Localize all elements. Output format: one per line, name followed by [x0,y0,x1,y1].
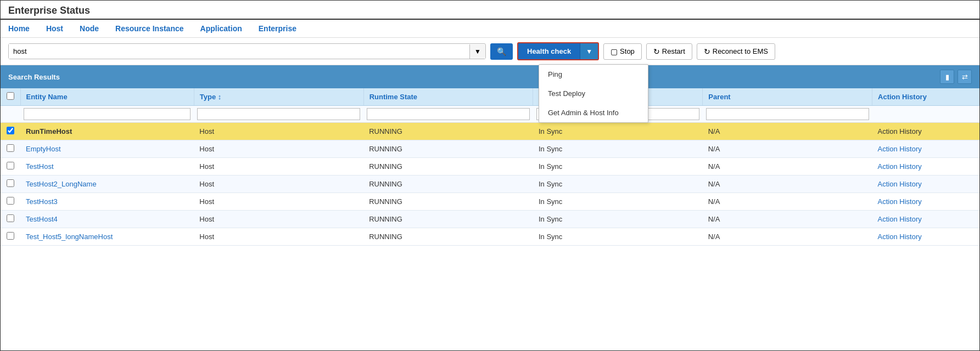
sort-icon: ↕ [218,93,222,101]
runtime-state-cell: RUNNING [363,228,533,246]
checkbox-cell [1,228,20,246]
table-body: RunTimeHostHostRUNNINGIn SyncN/AAction H… [1,123,979,246]
header-icons: ▮ ⇄ [940,70,972,84]
filter-row [1,106,979,123]
search-results-label: Search Results [8,73,60,81]
table-row: Test_Host5_longNameHostHostRUNNINGIn Syn… [1,228,979,246]
nav-host[interactable]: Host [46,24,63,33]
health-check-menu: Ping Test Deploy Get Admin & Host Info [539,64,648,123]
action-history-cell: Action History [872,211,979,228]
parent-cell: N/A [703,140,872,158]
sync-cell: In Sync [533,228,703,246]
row-checkbox[interactable] [7,232,14,240]
runtime-state-cell: RUNNING [363,211,533,228]
row-checkbox[interactable] [7,179,14,187]
filter-checkbox-cell [1,106,20,123]
reconnect-icon: ↻ [704,47,710,56]
search-input[interactable] [9,44,469,59]
action-history-link[interactable]: Action History [878,180,922,188]
table-row: RunTimeHostHostRUNNINGIn SyncN/AAction H… [1,123,979,140]
checkbox-cell [1,123,20,140]
col-type: Type ↕ [194,88,363,106]
sync-cell: In Sync [533,193,703,211]
parent-cell: N/A [703,228,872,246]
restart-button[interactable]: ↻ Restart [646,43,692,60]
search-dropdown-button[interactable]: ▼ [469,44,485,59]
filter-runtime-input[interactable] [367,108,530,120]
sync-cell: In Sync [533,176,703,193]
health-check-dropdown-button[interactable]: ▼ [580,43,598,59]
entity-name-link[interactable]: TestHost3 [26,197,58,206]
nav-enterprise[interactable]: Enterprise [259,24,296,33]
type-cell: Host [194,176,363,193]
sync-cell: In Sync [533,158,703,176]
header-icon-button-1[interactable]: ▮ [940,70,954,84]
search-icon: 🔍 [497,47,506,56]
health-check-button[interactable]: Health check [518,43,580,59]
action-history-link[interactable]: Action History [878,215,922,223]
runtime-state-cell: RUNNING [363,123,533,140]
filter-parent-input[interactable] [706,108,869,120]
filter-entity-name-input[interactable] [24,108,191,120]
row-checkbox[interactable] [7,127,14,134]
stop-button[interactable]: ▢ Stop [603,43,642,60]
results-table: Entity Name Type ↕ Runtime State Sy Pare… [1,88,979,246]
table-row: TestHost2_LongNameHostRUNNINGIn SyncN/AA… [1,176,979,193]
row-checkbox[interactable] [7,144,14,152]
action-history-link[interactable]: Action History [878,197,922,206]
runtime-state-cell: RUNNING [363,140,533,158]
menu-item-test-deploy[interactable]: Test Deploy [539,84,648,103]
parent-cell: N/A [703,123,872,140]
action-history-link[interactable]: Action History [878,145,922,153]
entity-name-link[interactable]: TestHost [26,162,54,171]
row-checkbox[interactable] [7,197,14,205]
row-checkbox[interactable] [7,162,14,169]
col-entity-name: Entity Name [20,88,194,106]
checkbox-cell [1,211,20,228]
action-history-link[interactable]: Action History [878,233,922,241]
entity-name-cell: TestHost3 [20,193,194,211]
page-wrapper: Enterprise Status Home Host Node Resourc… [0,0,980,351]
checkbox-cell [1,140,20,158]
entity-name-link[interactable]: TestHost4 [26,215,58,223]
nav-resource-instance[interactable]: Resource Instance [115,24,184,33]
restart-icon: ↻ [653,47,660,56]
reconnect-ems-button[interactable]: ↻ Reconect to EMS [697,43,775,60]
entity-name-cell: TestHost4 [20,211,194,228]
action-history-cell: Action History [872,158,979,176]
filter-type-input[interactable] [197,108,360,120]
entity-name-link[interactable]: EmptyHost [26,145,61,153]
header-icon-button-2[interactable]: ⇄ [957,70,972,84]
filter-parent-cell [703,106,872,123]
select-all-checkbox[interactable] [7,92,14,100]
menu-item-ping[interactable]: Ping [539,65,648,84]
parent-cell: N/A [703,211,872,228]
entity-name-cell: RunTimeHost [20,123,194,140]
type-cell: Host [194,123,363,140]
action-history-link[interactable]: Action History [878,127,922,135]
sync-cell: In Sync [533,211,703,228]
parent-cell: N/A [703,193,872,211]
search-button[interactable]: 🔍 [490,43,513,60]
row-checkbox[interactable] [7,214,14,222]
nav-node[interactable]: Node [80,24,99,33]
table-header: Entity Name Type ↕ Runtime State Sy Pare… [1,88,979,106]
search-input-wrapper: ▼ [8,43,486,59]
entity-name-link[interactable]: TestHost2_LongName [26,180,97,188]
nav-application[interactable]: Application [200,24,242,33]
action-history-link[interactable]: Action History [878,162,922,171]
action-history-cell: Action History [872,228,979,246]
table-row: TestHostHostRUNNINGIn SyncN/AAction Hist… [1,158,979,176]
sync-cell: In Sync [533,140,703,158]
parent-cell: N/A [703,158,872,176]
filter-type-cell [194,106,363,123]
menu-item-get-admin-host-info[interactable]: Get Admin & Host Info [539,103,648,122]
nav-home[interactable]: Home [8,24,30,33]
action-history-cell: Action History [872,193,979,211]
table-row: EmptyHostHostRUNNINGIn SyncN/AAction His… [1,140,979,158]
filter-runtime-cell [363,106,533,123]
col-checkbox [1,88,20,106]
parent-cell: N/A [703,176,872,193]
table-row: TestHost4HostRUNNINGIn SyncN/AAction His… [1,211,979,228]
entity-name-link[interactable]: Test_Host5_longNameHost [26,233,113,241]
